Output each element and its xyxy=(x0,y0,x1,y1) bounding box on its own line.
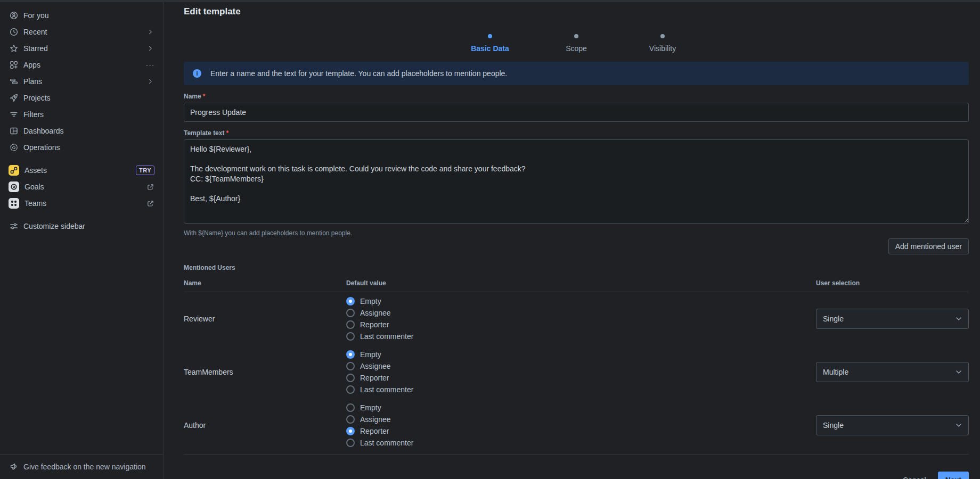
step-dot xyxy=(660,34,665,38)
sidebar-item-teams[interactable]: Teams xyxy=(4,195,159,211)
default-value-radio-group: Empty Assignee Reporter Last commenter xyxy=(346,350,816,394)
radio-option-empty[interactable]: Empty xyxy=(346,297,816,305)
assets-icon xyxy=(9,165,19,176)
external-link-icon xyxy=(146,199,154,208)
sidebar-item-for-you[interactable]: For you xyxy=(4,7,159,23)
radio-button[interactable] xyxy=(346,332,355,341)
chevron-down-icon xyxy=(954,315,963,323)
sidebar-item-recent[interactable]: Recent xyxy=(4,24,159,40)
step-label: Basic Data xyxy=(471,44,509,53)
radio-option-last-commenter[interactable]: Last commenter xyxy=(346,439,816,447)
try-badge: TRY xyxy=(136,166,154,175)
sidebar-item-label: Recent xyxy=(23,28,141,36)
step-basic-data[interactable]: Basic Data xyxy=(447,34,533,53)
operations-radar-icon xyxy=(10,143,18,152)
radio-label: Empty xyxy=(360,297,381,305)
radio-option-reporter[interactable]: Reporter xyxy=(346,320,816,329)
mentioned-users-heading: Mentioned Users xyxy=(184,264,969,271)
chevron-down-icon xyxy=(954,421,963,430)
user-selection-dropdown[interactable]: Multiple xyxy=(816,362,969,382)
star-icon xyxy=(10,44,18,53)
sidebar-item-assets[interactable]: Assets TRY xyxy=(4,162,159,178)
clock-icon xyxy=(10,28,18,36)
more-ellipsis-icon[interactable]: ··· xyxy=(146,61,154,69)
sidebar-item-plans[interactable]: Plans xyxy=(4,73,159,89)
step-visibility[interactable]: Visibility xyxy=(619,34,706,53)
user-selection-dropdown[interactable]: Single xyxy=(816,415,969,435)
radio-label: Assignee xyxy=(360,415,391,424)
sidebar-item-customize[interactable]: Customize sidebar xyxy=(4,218,159,234)
info-icon: i xyxy=(193,69,201,78)
sidebar-item-starred[interactable]: Starred xyxy=(4,40,159,56)
next-button[interactable]: Next xyxy=(938,472,969,479)
radio-option-assignee[interactable]: Assignee xyxy=(346,309,816,317)
mentioned-user-name: TeamMembers xyxy=(184,368,346,376)
radio-button[interactable] xyxy=(346,415,355,424)
info-banner-text: Enter a name and the text for your templ… xyxy=(210,69,507,78)
step-label: Scope xyxy=(566,44,587,53)
radio-option-last-commenter[interactable]: Last commenter xyxy=(346,332,816,341)
sidebar-item-label: Plans xyxy=(23,77,141,86)
chevron-right-icon[interactable] xyxy=(146,44,154,53)
radio-option-empty[interactable]: Empty xyxy=(346,403,816,412)
wizard-footer: Cancel Next xyxy=(184,472,969,479)
sidebar-item-label: Operations xyxy=(23,143,154,152)
chevron-down-icon xyxy=(954,368,963,376)
radio-button[interactable] xyxy=(346,403,355,412)
sidebar-item-label: Starred xyxy=(23,44,141,53)
sidebar-item-goals[interactable]: Goals xyxy=(4,179,159,195)
radio-option-reporter[interactable]: Reporter xyxy=(346,427,816,435)
radio-option-assignee[interactable]: Assignee xyxy=(346,415,816,424)
radio-label: Empty xyxy=(360,350,381,359)
dashboard-grid-icon xyxy=(10,127,18,135)
cancel-button[interactable]: Cancel xyxy=(896,473,933,479)
radio-button[interactable] xyxy=(346,439,355,447)
feedback-link[interactable]: Give feedback on the new navigation xyxy=(0,454,163,479)
radio-button[interactable] xyxy=(346,385,355,394)
radio-button[interactable] xyxy=(346,374,355,382)
user-circle-icon xyxy=(10,11,18,20)
radio-option-assignee[interactable]: Assignee xyxy=(346,362,816,370)
radio-button[interactable] xyxy=(346,297,355,305)
radio-button[interactable] xyxy=(346,309,355,317)
user-selection-dropdown[interactable]: Single xyxy=(816,309,969,329)
radio-option-reporter[interactable]: Reporter xyxy=(346,374,816,382)
sidebar-item-label: For you xyxy=(23,11,154,20)
template-text-label: Template text * xyxy=(184,129,969,137)
sidebar-item-projects[interactable]: Projects xyxy=(4,90,159,106)
name-input[interactable] xyxy=(184,103,969,122)
chevron-right-icon[interactable] xyxy=(146,77,154,86)
radio-label: Reporter xyxy=(360,320,389,329)
table-header-row: Name Default value User selection xyxy=(184,279,969,292)
radio-label: Last commenter xyxy=(360,332,413,341)
chevron-right-icon[interactable] xyxy=(146,28,154,36)
selected-value: Single xyxy=(823,315,844,323)
radio-button[interactable] xyxy=(346,350,355,359)
sidebar-item-apps[interactable]: Apps ··· xyxy=(4,57,159,73)
sidebar-item-label: Apps xyxy=(23,61,141,69)
step-dot-active xyxy=(488,34,492,38)
radio-option-empty[interactable]: Empty xyxy=(346,350,816,359)
feedback-label: Give feedback on the new navigation xyxy=(23,463,146,471)
radio-label: Reporter xyxy=(360,374,389,382)
radio-button[interactable] xyxy=(346,362,355,370)
sidebar-item-label: Filters xyxy=(23,110,154,119)
radio-button[interactable] xyxy=(346,320,355,329)
sidebar-item-operations[interactable]: Operations xyxy=(4,139,159,155)
add-mentioned-user-button[interactable]: Add mentioned user xyxy=(888,238,969,254)
sidebar-item-filters[interactable]: Filters xyxy=(4,106,159,122)
radio-label: Empty xyxy=(360,403,381,412)
radio-button[interactable] xyxy=(346,427,355,435)
step-scope[interactable]: Scope xyxy=(533,34,619,53)
page-title: Edit template xyxy=(184,6,969,17)
sidebar-item-label: Teams xyxy=(24,199,141,208)
sidebar-item-label: Projects xyxy=(23,94,154,102)
timeline-bars-icon xyxy=(10,77,18,86)
app-window: For you Recent Starred Apps xyxy=(0,2,980,479)
sidebar-item-dashboards[interactable]: Dashboards xyxy=(4,123,159,139)
radio-option-last-commenter[interactable]: Last commenter xyxy=(346,385,816,394)
step-dot xyxy=(574,34,578,38)
template-text-area[interactable]: Hello ${Reviewer}, The development work … xyxy=(184,139,969,224)
default-value-radio-group: Empty Assignee Reporter Last commenter xyxy=(346,403,816,447)
radio-label: Assignee xyxy=(360,309,391,317)
